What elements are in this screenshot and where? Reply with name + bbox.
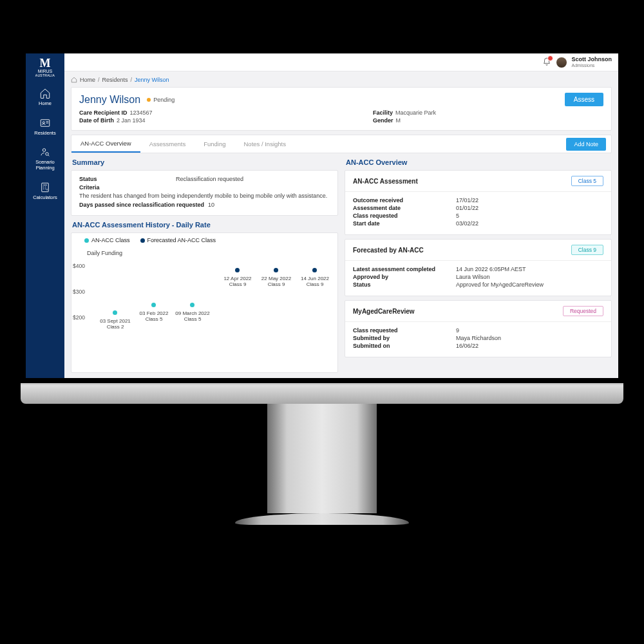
- resident-header-card: Assess Jenny Wilson Pending Care Recipie…: [71, 87, 612, 131]
- notification-badge: [547, 55, 553, 61]
- tabs: AN-ACC Overview Assessments Funding Note…: [71, 135, 612, 153]
- assessment-heading: AN-ACC Assessment: [353, 178, 418, 185]
- app-screen: M MIRUS AUSTRALIA Home Residents Scenari…: [26, 53, 618, 378]
- breadcrumb: Home / Residents / Jenny Wilson: [71, 77, 612, 83]
- chart-point: [274, 268, 278, 272]
- user-name: Scott Johnson: [572, 57, 612, 63]
- brand-logo: M MIRUS AUSTRALIA: [35, 57, 55, 77]
- assess-button[interactable]: Assess: [565, 93, 603, 106]
- chart-point: [235, 268, 240, 272]
- main-area: Scott Johnson Admissions Home / Resident…: [64, 53, 618, 378]
- left-column: Summary StatusReclassification requested…: [71, 157, 338, 373]
- summary-card: StatusReclassification requested Criteri…: [71, 170, 338, 216]
- breadcrumb-sep: /: [131, 77, 133, 83]
- summary-title: Summary: [71, 157, 338, 166]
- sidebar-item-label: Calculators: [33, 195, 57, 201]
- breadcrumb-home[interactable]: Home: [80, 77, 95, 83]
- chart-legend: AN-ACC Class Forecasted AN-ACC Class: [71, 233, 337, 243]
- info-gender: GenderM: [373, 117, 436, 124]
- summary-criteria-text: The resident has changed from being inde…: [79, 193, 330, 199]
- home-icon: [71, 77, 77, 83]
- add-note-button[interactable]: Add Note: [566, 138, 606, 151]
- legend-anacc: AN-ACC Class: [91, 237, 130, 243]
- calculator-icon: [39, 182, 51, 193]
- chart-point: [151, 303, 156, 307]
- chart-axis-label: Daily Funding: [71, 243, 337, 259]
- forecast-heading: Forecasted by AN-ACC: [353, 247, 424, 254]
- legend-dot-forecast: [140, 238, 145, 243]
- summary-status-k: Status: [79, 176, 176, 182]
- chart-point-label: 03 Feb 2022Class 5: [135, 310, 173, 322]
- user-block[interactable]: Scott Johnson Admissions: [572, 57, 612, 68]
- chart-area: $400 $300 $200 03 Sept 2021Class 2 03 Fe…: [87, 259, 331, 336]
- tab-assessments[interactable]: Assessments: [140, 136, 195, 152]
- info-facility: FacilityMacquarie Park: [373, 109, 436, 116]
- chart-point-label: 14 Jun 2022Class 9: [296, 276, 334, 287]
- svg-rect-4: [42, 183, 49, 192]
- summary-criteria-k: Criteria: [79, 184, 176, 191]
- right-column: AN-ACC Overview AN-ACC Assessment Class …: [345, 157, 612, 373]
- sidebar-item-residents[interactable]: Residents: [26, 112, 64, 142]
- chart-title: AN-ACC Assessment History - Daily Rate: [71, 220, 338, 229]
- monitor-bezel: M MIRUS AUSTRALIA Home Residents Scenari…: [21, 48, 623, 383]
- monitor-foot: [235, 513, 409, 525]
- sidebar-item-label: Home: [39, 101, 52, 107]
- breadcrumb-sep: /: [98, 77, 100, 83]
- chart-point-label: 22 May 2022Class 9: [257, 276, 296, 287]
- chart-point-label: 12 Apr 2022Class 9: [218, 276, 257, 287]
- breadcrumb-residents[interactable]: Residents: [102, 77, 128, 83]
- chart-point: [190, 303, 194, 307]
- id-card-icon: [39, 117, 51, 129]
- ytick-300: $300: [73, 289, 85, 295]
- monitor-base: [21, 383, 623, 404]
- svg-point-3: [46, 153, 49, 156]
- review-card: MyAgedCareReview Requested Class request…: [345, 300, 612, 357]
- sidebar-item-home[interactable]: Home: [26, 82, 64, 112]
- avatar[interactable]: [556, 57, 567, 68]
- chart-point-label: 03 Sept 2021Class 2: [96, 318, 135, 330]
- status-label: Pending: [153, 97, 175, 103]
- review-badge: Requested: [563, 306, 603, 316]
- sidebar-item-label: Residents: [34, 131, 55, 137]
- chart-point: [312, 268, 317, 272]
- user-role: Admissions: [572, 63, 612, 68]
- summary-days-k: Days passed since reclassification reque…: [79, 202, 204, 208]
- monitor-frame: M MIRUS AUSTRALIA Home Residents Scenari…: [21, 48, 623, 525]
- review-heading: MyAgedCareReview: [353, 308, 415, 315]
- tab-notes-insights[interactable]: Notes / Insights: [235, 136, 295, 152]
- summary-status-v: Reclassification requested: [176, 176, 243, 182]
- ytick-200: $200: [73, 314, 85, 321]
- sidebar-item-label: Scenario Planning: [35, 160, 55, 171]
- forecast-badge: Class 9: [571, 245, 603, 255]
- sidebar-item-calculators[interactable]: Calculators: [26, 176, 64, 206]
- topbar: Scott Johnson Admissions: [64, 53, 618, 71]
- columns: Summary StatusReclassification requested…: [71, 157, 612, 373]
- overview-title: AN-ACC Overview: [345, 157, 612, 166]
- notifications-button[interactable]: [542, 57, 551, 68]
- assessment-card: AN-ACC Assessment Class 5 Outcome receiv…: [345, 170, 612, 235]
- tab-anacc-overview[interactable]: AN-ACC Overview: [71, 135, 140, 153]
- content-body: Home / Residents / Jenny Wilson Assess J…: [64, 71, 618, 378]
- ytick-400: $400: [73, 263, 85, 269]
- chart-point: [113, 310, 117, 315]
- assessment-badge: Class 5: [571, 176, 603, 186]
- breadcrumb-current: Jenny Wilson: [135, 77, 169, 83]
- info-dob: Date of Birth2 Jan 1934: [79, 117, 153, 124]
- resident-name: Jenny Wilson: [79, 94, 140, 106]
- brand-subtitle: AUSTRALIA: [35, 73, 55, 77]
- pending-dot-icon: [147, 98, 151, 102]
- legend-forecast: Forecasted AN-ACC Class: [147, 237, 216, 243]
- brand-name: MIRUS: [38, 69, 53, 73]
- chart-point-label: 09 March 2022Class 5: [173, 310, 212, 322]
- tab-funding[interactable]: Funding: [194, 136, 234, 152]
- monitor-stand: [267, 404, 377, 513]
- sidebar-item-scenario-planning[interactable]: Scenario Planning: [26, 141, 64, 176]
- legend-dot-anacc: [84, 238, 89, 243]
- svg-point-1: [43, 121, 44, 123]
- brand-glyph: M: [40, 57, 51, 69]
- home-icon: [39, 88, 51, 99]
- svg-point-2: [43, 149, 46, 152]
- person-search-icon: [39, 146, 51, 158]
- forecast-card: Forecasted by AN-ACC Class 9 Latest asse…: [345, 239, 612, 296]
- summary-days-v: 10: [208, 202, 214, 208]
